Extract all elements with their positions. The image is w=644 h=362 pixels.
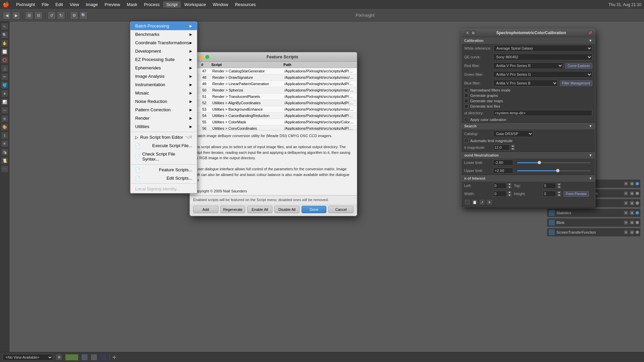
toolbar-pan[interactable]: ✋: [1, 40, 8, 47]
spc-search-header[interactable]: Search ▼: [462, 123, 595, 129]
toolbar-curve[interactable]: 〜: [1, 107, 8, 114]
toolbar-channel[interactable]: ⊕: [1, 115, 8, 122]
top-up[interactable]: ▲: [557, 183, 561, 186]
apply-color-checkbox[interactable]: ✓: [464, 118, 468, 122]
mag-up-btn[interactable]: ▲: [511, 144, 515, 147]
red-filter-select[interactable]: Antlia V Pro Series R: [493, 62, 563, 69]
menu-benchmarks[interactable]: Benchmarks ▶: [130, 30, 197, 39]
left-up[interactable]: ▲: [507, 183, 512, 186]
done-button[interactable]: Done: [302, 206, 327, 213]
menu-execute-file[interactable]: 📄 Execute Script File...: [130, 141, 197, 150]
menu-feature-scripts[interactable]: 📄 Feature Scripts...: [130, 166, 197, 174]
toolbar-poly[interactable]: △: [1, 65, 8, 72]
toolbar-pencil[interactable]: ✏: [1, 73, 8, 80]
top-dn[interactable]: ▼: [557, 186, 561, 189]
mag-down-btn[interactable]: ▼: [511, 147, 515, 150]
cancel-button[interactable]: Cancel: [328, 206, 354, 213]
menu-run-script[interactable]: ▷ Run Script from Editor ⌥R: [130, 133, 197, 141]
curve-explorer-btn[interactable]: Curve Explorer: [565, 63, 592, 69]
range-sel-close[interactable]: ✕: [624, 181, 628, 186]
menu-coord-transform[interactable]: Coordinate Transformations ▶: [130, 39, 197, 47]
toolbar-pointer[interactable]: ↖: [1, 23, 8, 30]
stf-pin[interactable]: [636, 231, 639, 234]
pixel-math-expand[interactable]: ⊞: [630, 201, 634, 205]
menu-noise-reduction[interactable]: Noise Reduction ▶: [130, 97, 197, 106]
range-sel-pin[interactable]: [636, 182, 639, 185]
enable-all-button[interactable]: Enable All: [247, 206, 272, 213]
hdr-expand[interactable]: ⊞: [630, 191, 634, 196]
h-dn[interactable]: ▼: [557, 194, 561, 197]
toolbar-zoom[interactable]: 🔍: [1, 31, 8, 39]
view-btn-1[interactable]: ⊞: [56, 354, 62, 361]
regenerate-button[interactable]: Regenerate: [220, 206, 246, 213]
toolbar-star[interactable]: ★: [1, 90, 8, 97]
menu-file[interactable]: File: [38, 1, 52, 8]
menu-development[interactable]: Development ▶: [130, 47, 197, 55]
output-dir-input[interactable]: [493, 110, 592, 116]
menu-pixinsight[interactable]: PixInsight: [13, 1, 38, 8]
pixel-math-close[interactable]: ✕: [624, 201, 628, 205]
gen-starmaps-checkbox[interactable]: [464, 99, 468, 103]
range-sel-expand[interactable]: ⊞: [630, 181, 634, 186]
toolbar-select[interactable]: ⬜: [1, 48, 8, 55]
toolbar-mask[interactable]: 🎭: [1, 148, 8, 156]
w-dn[interactable]: ▼: [507, 194, 512, 197]
menu-edit[interactable]: Edit: [52, 1, 66, 8]
menu-check-syntax[interactable]: 📄 Check Script File Syntax...: [130, 150, 197, 163]
apple-menu[interactable]: 🍎: [3, 1, 9, 8]
limit-mag-input[interactable]: [493, 144, 510, 150]
menu-utilities[interactable]: Utilities ▶: [130, 122, 197, 131]
lower-limit-slider[interactable]: [517, 162, 590, 163]
lower-limit-input[interactable]: [493, 160, 513, 166]
menu-pattern-correction[interactable]: Pattern Correction ▶: [130, 106, 197, 114]
menu-mask[interactable]: Mask: [123, 1, 141, 8]
spc-expand-btn[interactable]: ⊞: [471, 31, 476, 35]
menu-window[interactable]: Window: [209, 1, 231, 8]
width-input[interactable]: [493, 191, 506, 197]
toolbar-info[interactable]: ℹ: [1, 132, 8, 139]
toolbar-settings[interactable]: ⚙: [70, 11, 78, 19]
statistics-pin[interactable]: [636, 211, 639, 215]
w-up[interactable]: ▲: [507, 191, 512, 194]
narrowband-checkbox[interactable]: [464, 88, 468, 92]
upper-limit-slider[interactable]: [517, 170, 590, 171]
color-swatch-group[interactable]: [65, 354, 78, 361]
toolbar-close[interactable]: ⊟: [35, 11, 43, 19]
green-filter-select[interactable]: Antlia V Pro Series G: [493, 71, 592, 78]
menu-ephemerides[interactable]: Ephemerides ▶: [130, 64, 197, 72]
toolbar-new[interactable]: ⊞: [25, 11, 33, 19]
toolbar-preview2[interactable]: 👁: [1, 140, 8, 147]
menu-image[interactable]: Image: [83, 1, 101, 8]
menu-instrumentation[interactable]: Instrumentation ▶: [130, 80, 197, 89]
statistics-expand[interactable]: ⊞: [630, 210, 634, 215]
view-btn-2[interactable]: [81, 354, 88, 361]
statistics-close[interactable]: ✕: [624, 210, 628, 215]
hdr-pin[interactable]: [636, 192, 639, 195]
toolbar-back[interactable]: ◀: [3, 11, 11, 19]
h-up[interactable]: ▲: [557, 191, 561, 194]
spc-icon-1[interactable]: ⬛: [464, 199, 470, 205]
spc-bound-header[interactable]: ound Neutralization ▼: [462, 152, 595, 159]
top-input[interactable]: [543, 183, 556, 189]
menu-edit-scripts[interactable]: 📄 Edit Scripts...: [130, 174, 197, 182]
menu-process[interactable]: Process: [141, 1, 163, 8]
stf-close[interactable]: ✕: [624, 230, 628, 235]
spc-pin-btn[interactable]: 📌: [588, 31, 592, 35]
blink-pin[interactable]: [636, 221, 639, 224]
menu-workspace[interactable]: Workspace: [181, 1, 209, 8]
view-btn-4[interactable]: [100, 354, 107, 361]
menu-script[interactable]: Script: [163, 1, 181, 8]
qe-curve-select[interactable]: Sony IMX492: [493, 54, 592, 60]
spc-calibration-header[interactable]: Calibration ▼: [462, 37, 595, 44]
menu-render[interactable]: Render ▶: [130, 114, 197, 122]
upper-limit-input[interactable]: [493, 168, 513, 174]
menu-preview[interactable]: Preview: [101, 1, 123, 8]
view-btn-3[interactable]: [91, 354, 97, 361]
menu-resources[interactable]: Resources: [231, 1, 259, 8]
toolbar-color[interactable]: 🎨: [1, 123, 8, 131]
from-preview-btn[interactable]: From Preview: [564, 191, 589, 197]
white-ref-select[interactable]: Average Spiral Galaxy: [493, 45, 592, 52]
pixel-math-pin[interactable]: [636, 201, 639, 205]
spc-icon-3[interactable]: ↗: [479, 199, 485, 205]
disable-all-button[interactable]: Disable All: [274, 206, 300, 213]
